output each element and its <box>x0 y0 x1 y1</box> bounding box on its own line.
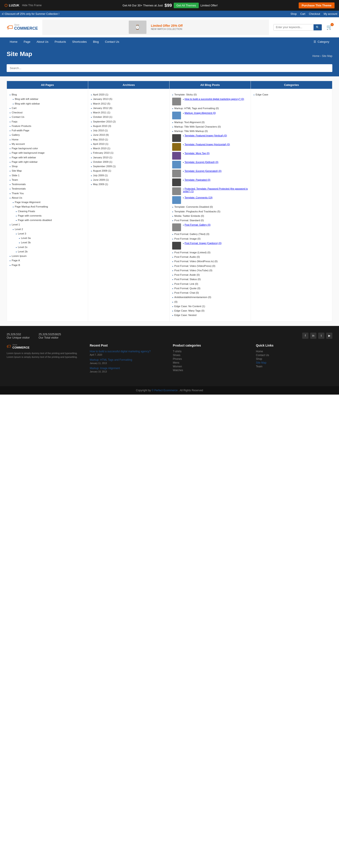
nav-shortcodes[interactable]: Shortcodes <box>69 37 90 46</box>
page-link[interactable]: Testimonials <box>12 187 26 191</box>
category-link[interactable]: Watches <box>173 369 249 372</box>
post-link[interactable]: Post Format: Aside (0) <box>174 273 200 277</box>
archive-link[interactable]: February 2010 (1) <box>93 151 113 155</box>
post-link[interactable]: Antidisestablishmentarianism (0) <box>174 296 211 299</box>
post-link[interactable]: Template: Excerpt (Generated) (0) <box>185 169 222 172</box>
page-link[interactable]: Page with comments disabled <box>18 218 52 222</box>
nav-about[interactable]: About Us <box>33 37 51 46</box>
post-link[interactable]: How to build a successful digital market… <box>185 98 244 100</box>
category-link[interactable]: Women <box>173 365 249 368</box>
post-link[interactable]: Post Format: Image (0) <box>174 237 200 241</box>
page-link[interactable]: Home <box>12 138 19 142</box>
purchase-theme-button[interactable]: Purchase This Theme <box>299 2 335 8</box>
page-link[interactable]: About Us <box>12 196 22 200</box>
post-link[interactable]: Template: Featured Image (Vertical) (0) <box>185 134 227 137</box>
hide-frame-link[interactable]: Hide This Frame <box>22 4 41 7</box>
post-link[interactable]: Post Format: Chat (0) <box>174 291 199 295</box>
quick-link[interactable]: Team <box>256 365 332 368</box>
post-link[interactable]: Post Format: Gallery (0) <box>185 223 210 226</box>
post-link[interactable]: Post Format: Gallery (Tiled) (0) <box>174 232 209 236</box>
page-link[interactable]: Page with comments <box>18 214 41 218</box>
page-link[interactable]: Page A <box>12 259 20 262</box>
page-link[interactable]: Level 2 <box>15 227 23 231</box>
facebook-icon[interactable]: f <box>302 333 308 339</box>
post-link[interactable]: Template: Sticky (0) <box>174 93 197 97</box>
category-link[interactable]: Edge Case <box>256 93 268 97</box>
twitter-icon[interactable]: t <box>318 333 324 339</box>
nav-blog[interactable]: Blog <box>90 37 102 46</box>
archive-link[interactable]: January 2010 (1) <box>93 156 112 159</box>
post-link[interactable]: Markup: HTML Tags and Formatting (0) <box>174 106 219 110</box>
category-link[interactable]: Mens <box>173 361 249 364</box>
linkedin-icon[interactable]: in <box>310 333 316 339</box>
page-link[interactable]: Feature Products <box>12 124 31 128</box>
page-link[interactable]: Page with right sidebar <box>12 160 38 164</box>
archive-link[interactable]: April 2010 (1) <box>93 142 108 146</box>
post-link[interactable]: Template: Featured Image (Horizontal) (0… <box>185 143 230 146</box>
quick-link[interactable]: Contact Us <box>256 353 332 357</box>
nav-page[interactable]: Page <box>21 37 33 46</box>
archive-link[interactable]: June 2009 (1) <box>93 178 109 182</box>
page-link[interactable]: Contact Us <box>12 115 24 119</box>
main-search-input[interactable] <box>7 64 332 72</box>
page-link[interactable]: Gallery <box>12 133 20 137</box>
post-title-link[interactable]: Markup: HTML Tags and Formatting <box>90 358 166 361</box>
page-link[interactable]: My account <box>12 142 25 146</box>
quick-link-sitemap[interactable]: Site Map <box>256 361 332 364</box>
post-link[interactable]: Markup: Title With Markup (0) <box>174 129 208 133</box>
cart-link[interactable]: Cart <box>300 12 305 16</box>
archive-link[interactable]: October 2010 (1) <box>93 115 112 119</box>
archive-link[interactable]: July 2010 (1) <box>93 129 108 132</box>
archive-link[interactable]: May 2010 (1) <box>93 138 108 142</box>
post-link[interactable]: Post Format: Link (0) <box>174 282 198 286</box>
page-link[interactable]: Level 1 <box>12 223 20 226</box>
post-link[interactable]: Edge Case: No Content (1) <box>174 305 205 308</box>
page-link[interactable]: Team <box>12 178 18 182</box>
page-link[interactable]: Site Map <box>12 169 22 173</box>
post-link[interactable]: Template: More Tag (0) <box>185 152 209 155</box>
post-link[interactable]: Markup: Image Alignment (0) <box>185 112 216 114</box>
archive-link[interactable]: October 2009 (1) <box>93 160 112 164</box>
post-link[interactable]: Template: Excerpt (Defined) (0) <box>185 161 219 163</box>
page-link[interactable]: Full-width Page <box>12 129 29 132</box>
page-link[interactable]: Clearing Floats <box>18 210 35 213</box>
archive-link[interactable]: March 2010 (1) <box>93 147 110 150</box>
page-link[interactable]: Blog <box>12 93 17 97</box>
quick-link[interactable]: Home <box>256 350 332 353</box>
page-link[interactable]: Checkout <box>12 111 23 115</box>
archive-link[interactable]: January 2013 (5) <box>93 97 112 101</box>
post-link[interactable]: Post Format: Standard (0) <box>174 219 204 222</box>
category-link[interactable]: Shoes <box>173 353 249 357</box>
page-link[interactable]: Testimonials <box>12 182 26 186</box>
copyright-brand-link[interactable]: © Perfect Ecommerce <box>151 389 178 392</box>
page-link[interactable]: Cart <box>12 106 17 110</box>
post-link[interactable]: Template: Paginated (0) <box>185 179 210 181</box>
search-input[interactable] <box>274 24 313 30</box>
post-title-link[interactable]: How to build a successful digital market… <box>90 350 166 353</box>
page-link[interactable]: Page Image Alignment <box>15 200 40 204</box>
post-link[interactable]: Post Format: Image (Linked) (0) <box>174 251 210 254</box>
page-link[interactable]: Level 3a <box>21 236 31 240</box>
nav-contact[interactable]: Contact Us <box>102 37 122 46</box>
page-link[interactable]: Page with left sidebar <box>12 156 36 159</box>
archive-link[interactable]: September 2009 (1) <box>93 164 116 168</box>
post-link[interactable]: Post Format: Video (YouTube) (0) <box>174 269 213 272</box>
quick-link[interactable]: Shop <box>256 358 332 361</box>
post-link[interactable]: Template: Comments (19) <box>185 196 213 199</box>
post-link[interactable]: Edge Case: Nested <box>174 313 197 317</box>
archive-link[interactable]: August 2009 (1) <box>93 169 111 173</box>
post-title-link[interactable]: Markup: Image Alignment <box>90 367 166 370</box>
archive-link[interactable]: March 2012 (5) <box>93 102 110 105</box>
page-link[interactable]: Page background color <box>12 147 38 150</box>
post-link[interactable]: Markup: Text Alignment (0) <box>174 120 205 124</box>
post-link[interactable]: Post Format: Status (0) <box>174 277 201 281</box>
nav-products[interactable]: Products <box>52 37 69 46</box>
archive-link[interactable]: May 2009 (1) <box>93 182 108 186</box>
page-link[interactable]: Shop <box>12 164 18 168</box>
cart-icon[interactable]: 🛒 0 <box>327 24 332 30</box>
search-button[interactable]: 🔍 <box>313 24 322 30</box>
post-link[interactable]: Media: Twitter Embeds (0) <box>174 214 204 218</box>
page-link[interactable]: Thank You <box>12 191 24 195</box>
page-link[interactable]: Level 3b <box>21 241 31 244</box>
shop-link[interactable]: Shop <box>290 12 297 16</box>
